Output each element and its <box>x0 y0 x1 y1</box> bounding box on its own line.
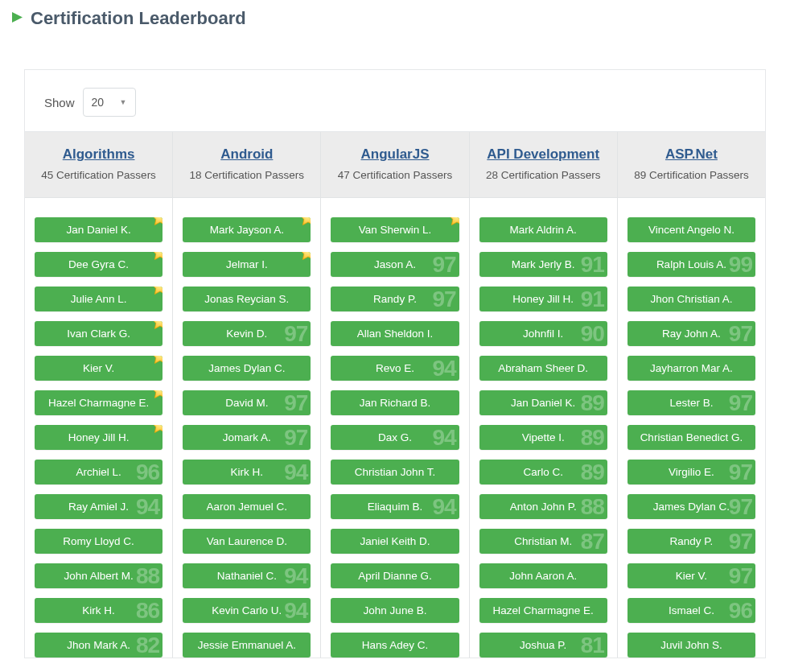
passer-chip[interactable]: John Albert M.88 <box>35 563 163 588</box>
passer-name: Kevin Carlo U. <box>212 604 282 616</box>
passer-chip[interactable]: Abraham Sheer D. <box>479 356 607 381</box>
passer-chip[interactable]: James Dylan C. <box>183 356 311 381</box>
passer-chip[interactable]: David M.97 <box>183 390 311 415</box>
leaderboard-column: API Development28 Certification PassersM… <box>470 132 618 658</box>
passer-chip[interactable]: James Dylan C.97 <box>627 494 755 519</box>
star-icon <box>150 425 163 436</box>
passer-chip[interactable]: John June B. <box>331 598 459 623</box>
column-title-link[interactable]: Android <box>220 146 273 163</box>
passer-name: Carlo C. <box>523 466 563 478</box>
passer-chip[interactable]: Jhon Christian A. <box>627 287 755 311</box>
passer-chip[interactable]: Kevin D.97 <box>183 321 311 346</box>
passer-chip[interactable]: Mark Aldrin A. <box>479 217 607 242</box>
passer-chip[interactable]: Hazel Charmagne E. <box>35 390 163 415</box>
passer-chip[interactable]: Revo E.94 <box>331 356 459 381</box>
passer-chip[interactable]: Jason A.97 <box>331 252 459 277</box>
passer-chip[interactable]: Jayharron Mar A. <box>627 356 755 381</box>
passer-chip[interactable]: Jelmar I. <box>183 252 311 277</box>
passer-score: 97 <box>729 563 752 588</box>
passer-name: Hans Adey C. <box>362 639 429 651</box>
leaderboard-column: ASP.Net89 Certification PassersVincent A… <box>618 132 765 658</box>
star-icon <box>150 390 163 402</box>
passer-chip[interactable]: Janiel Keith D. <box>331 529 459 554</box>
column-title-link[interactable]: ASP.Net <box>665 146 718 163</box>
page-size-select[interactable]: 20 ▼ <box>83 88 136 117</box>
passer-name: Jan Richard B. <box>360 397 431 409</box>
passer-chip[interactable]: Christian John T. <box>331 460 459 484</box>
passer-score: 91 <box>581 252 604 277</box>
passer-chip[interactable]: Randy P.97 <box>331 287 459 311</box>
passer-chip[interactable]: Ivan Clark G. <box>35 321 163 346</box>
passer-chip[interactable]: Allan Sheldon I. <box>331 321 459 346</box>
star-icon <box>150 321 163 332</box>
passer-chip[interactable]: Christian M.87 <box>479 529 607 554</box>
leaderboard-columns: Algorithms45 Certification PassersJan Da… <box>25 131 765 658</box>
passer-chip[interactable]: Kier V. <box>35 356 163 381</box>
passer-chip[interactable]: Honey Jill H. <box>35 425 163 450</box>
passer-chip[interactable]: Juvil John S. <box>627 633 755 658</box>
passer-chip[interactable]: Vipette I.89 <box>479 425 607 450</box>
passer-chip[interactable]: Jhon Mark A.82 <box>35 633 163 658</box>
passer-chip[interactable]: John Aaron A. <box>479 563 607 588</box>
passer-chip[interactable]: Mark Jerly B.91 <box>479 252 607 277</box>
passer-chip[interactable]: Kier V.97 <box>627 563 755 588</box>
passer-chip[interactable]: Ralph Louis A.99 <box>627 252 755 277</box>
passer-chip[interactable]: Kirk H.86 <box>35 598 163 623</box>
passer-name: Virgilio E. <box>669 466 714 478</box>
passer-name: Ismael C. <box>669 604 714 616</box>
passer-score: 82 <box>136 633 159 658</box>
passer-name: Lester B. <box>669 397 713 409</box>
passer-chip[interactable]: Van Sherwin L. <box>331 217 459 242</box>
passer-chip[interactable]: Vincent Angelo N. <box>627 217 755 242</box>
passer-chip[interactable]: Johnfil I.90 <box>479 321 607 346</box>
passer-chip[interactable]: Hans Adey C. <box>331 633 459 658</box>
passer-score: 97 <box>729 460 752 484</box>
passer-score: 94 <box>284 460 307 484</box>
passer-chip[interactable]: Kirk H.94 <box>183 460 311 484</box>
passer-name: Kier V. <box>676 570 707 582</box>
passer-name: Ray John A. <box>662 328 721 340</box>
passer-chip[interactable]: Carlo C.89 <box>479 460 607 484</box>
passer-chip[interactable]: April Dianne G. <box>331 563 459 588</box>
passer-chip[interactable]: Kevin Carlo U.94 <box>183 598 311 623</box>
column-title-link[interactable]: Algorithms <box>63 146 135 163</box>
passer-chip[interactable]: Jan Daniel K. <box>35 217 163 242</box>
passer-score: 97 <box>729 390 752 415</box>
passer-chip[interactable]: Romy Lloyd C. <box>35 529 163 554</box>
passer-chip[interactable]: Jessie Emmanuel A. <box>183 633 311 658</box>
passer-chip[interactable]: Eliaquim B.94 <box>331 494 459 519</box>
passer-chip[interactable]: Archiel L.96 <box>35 460 163 484</box>
passer-chip[interactable]: Virgilio E.97 <box>627 460 755 484</box>
column-header: AngularJS47 Certification Passers <box>321 132 468 197</box>
passer-score: 96 <box>729 598 752 623</box>
passer-chip[interactable]: Nathaniel C.94 <box>183 563 311 588</box>
passer-name: Randy P. <box>373 293 417 305</box>
passer-chip[interactable]: Jonas Reycian S. <box>183 287 311 311</box>
passer-chip[interactable]: Ray John A.97 <box>627 321 755 346</box>
passer-chip[interactable]: Christian Benedict G. <box>627 425 755 450</box>
passer-name: Nathaniel C. <box>217 570 277 582</box>
passer-chip[interactable]: Jan Richard B. <box>331 390 459 415</box>
passer-score: 94 <box>432 425 455 450</box>
column-header: ASP.Net89 Certification Passers <box>618 132 765 197</box>
passer-chip[interactable]: Ismael C.96 <box>627 598 755 623</box>
passer-chip[interactable]: Lester B.97 <box>627 390 755 415</box>
passer-chip[interactable]: Julie Ann L. <box>35 287 163 311</box>
passer-chip[interactable]: Jomark A.97 <box>183 425 311 450</box>
passer-chip[interactable]: Dax G.94 <box>331 425 459 450</box>
passer-chip[interactable]: Ray Amiel J.94 <box>35 494 163 519</box>
passer-chip[interactable]: Jan Daniel K.89 <box>479 390 607 415</box>
passer-chip[interactable]: Randy P.97 <box>627 529 755 554</box>
column-title-link[interactable]: API Development <box>487 146 599 163</box>
passer-name: Van Laurence D. <box>207 535 287 547</box>
column-title-link[interactable]: AngularJS <box>360 146 429 163</box>
leaderboard-column: AngularJS47 Certification PassersVan She… <box>321 132 469 658</box>
passer-chip[interactable]: Mark Jayson A. <box>183 217 311 242</box>
passer-chip[interactable]: Anton John P.88 <box>479 494 607 519</box>
passer-chip[interactable]: Van Laurence D. <box>183 529 311 554</box>
passer-chip[interactable]: Dee Gyra C. <box>35 252 163 277</box>
passer-chip[interactable]: Honey Jill H.91 <box>479 287 607 311</box>
passer-chip[interactable]: Joshua P.81 <box>479 633 607 658</box>
passer-chip[interactable]: Aaron Jemuel C. <box>183 494 311 519</box>
passer-chip[interactable]: Hazel Charmagne E. <box>479 598 607 623</box>
